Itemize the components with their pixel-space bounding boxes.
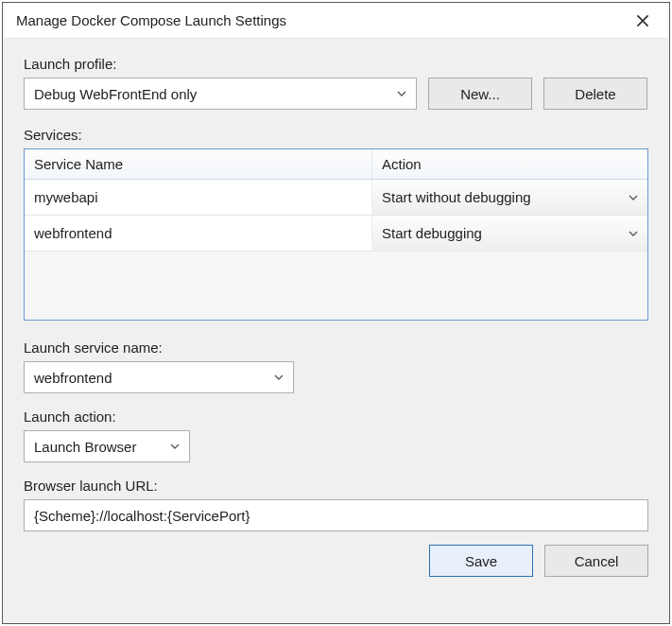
launch-service-name-label: Launch service name: (24, 339, 648, 356)
service-action-dropdown[interactable]: Start debugging (372, 216, 647, 251)
services-grid: Service Name Action mywebapi Start witho… (24, 148, 648, 321)
services-header-row: Service Name Action (25, 149, 647, 180)
service-name-cell: webfrontend (25, 216, 372, 251)
service-action-dropdown[interactable]: Start without debugging (372, 180, 647, 215)
launch-action-value: Launch Browser (34, 439, 168, 455)
new-button-label: New... (460, 86, 500, 102)
dialog-window: Manage Docker Compose Launch Settings La… (2, 2, 670, 624)
new-button[interactable]: New... (428, 78, 532, 110)
browser-launch-url-value: {Scheme}://localhost:{ServicePort} (34, 508, 250, 524)
service-name-cell: mywebapi (25, 180, 372, 215)
col-header-action: Action (372, 149, 647, 179)
launch-action-label: Launch action: (24, 409, 648, 425)
delete-button-label: Delete (575, 86, 615, 102)
service-action-value: Start without debugging (382, 189, 627, 205)
window-title: Manage Docker Compose Launch Settings (16, 12, 626, 28)
dialog-footer: Save Cancel (24, 531, 648, 577)
launch-service-name-value: webfrontend (34, 370, 272, 386)
table-row[interactable]: mywebapi Start without debugging (25, 180, 647, 216)
launch-profile-value: Debug WebFrontEnd only (34, 86, 395, 102)
chevron-down-icon (272, 371, 285, 384)
save-button[interactable]: Save (429, 545, 533, 577)
delete-button[interactable]: Delete (543, 78, 647, 110)
launch-profile-dropdown[interactable]: Debug WebFrontEnd only (24, 78, 417, 110)
launch-profile-label: Launch profile: (24, 56, 648, 72)
services-label: Services: (24, 127, 648, 143)
cancel-button[interactable]: Cancel (544, 545, 648, 577)
col-header-service-name: Service Name (25, 149, 372, 179)
close-icon[interactable] (626, 8, 660, 34)
service-action-value: Start debugging (382, 225, 627, 241)
browser-launch-url-label: Browser launch URL: (24, 478, 648, 494)
save-button-label: Save (465, 553, 497, 569)
dialog-body: Launch profile: Debug WebFrontEnd only N… (3, 39, 669, 623)
grid-empty-area (25, 252, 647, 320)
table-row[interactable]: webfrontend Start debugging (25, 216, 647, 252)
browser-launch-url-input[interactable]: {Scheme}://localhost:{ServicePort} (24, 499, 648, 531)
cancel-button-label: Cancel (575, 553, 619, 569)
launch-service-name-dropdown[interactable]: webfrontend (24, 361, 294, 393)
chevron-down-icon (627, 191, 640, 204)
chevron-down-icon (627, 227, 640, 240)
titlebar: Manage Docker Compose Launch Settings (3, 3, 669, 39)
chevron-down-icon (395, 87, 408, 100)
chevron-down-icon (168, 440, 181, 453)
launch-action-dropdown[interactable]: Launch Browser (24, 430, 190, 462)
launch-profile-row: Debug WebFrontEnd only New... Delete (24, 78, 648, 110)
